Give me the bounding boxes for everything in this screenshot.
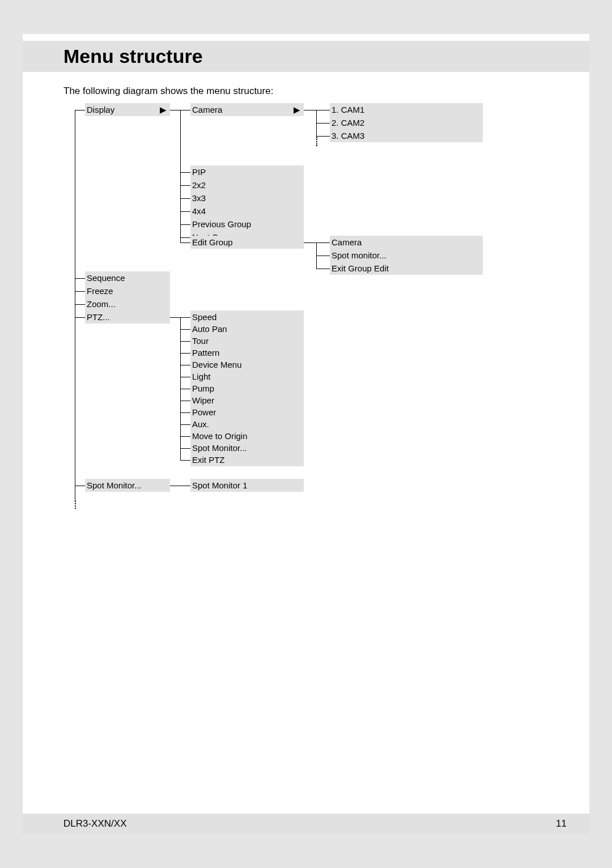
menu-light: Light [190,370,304,383]
menu-ptz-spot-monitor: Spot Monitor... [190,441,304,454]
menu-exit-ptz: Exit PTZ [190,453,304,466]
menu-auto-pan: Auto Pan [190,322,304,335]
menu-spot-monitor-1: Spot Monitor 1 [190,479,304,492]
menu-pattern: Pattern [190,346,304,359]
menu-2x2: 2x2 [190,178,304,192]
page-footer: DLR3-XXN/XX 11 [23,814,589,834]
menu-wiper: Wiper [190,394,304,407]
menu-camera: Camera▶ [190,103,304,116]
menu-spot-monitor: Spot Monitor... [85,479,170,492]
section-heading-bar: Menu structure [23,41,589,72]
menu-exit-group-edit: Exit Group Edit [330,262,483,275]
submenu-arrow-icon: ▶ [160,103,167,116]
intro-text: The following diagram shows the menu str… [63,86,589,97]
footer-model: DLR3-XXN/XX [63,814,126,834]
menu-pip: PIP [190,165,304,178]
menu-zoom: Zoom... [85,297,170,310]
section-heading: Menu structure [63,45,572,67]
menu-device-menu: Device Menu [190,358,304,371]
menu-3x3: 3x3 [190,192,304,205]
menu-4x4: 4x4 [190,205,304,218]
menu-edit-group-camera: Camera [330,236,483,249]
menu-tour: Tour [190,334,304,347]
menu-edit-group: Edit Group [190,236,304,249]
menu-freeze: Freeze [85,284,170,297]
footer-page-number: 11 [556,814,567,834]
menu-power: Power [190,406,304,419]
menu-cam1: 1. CAM1 [330,103,483,116]
menu-previous-group: Previous Group [190,218,304,231]
menu-display: Display▶ [85,103,170,116]
menu-pump: Pump [190,382,304,395]
menu-cam3: 3. CAM3 [330,129,483,142]
menu-ptz: PTZ... [85,310,170,324]
submenu-arrow-icon: ▶ [294,103,300,116]
menu-move-to-origin: Move to Origin [190,429,304,442]
menu-edit-group-spot-monitor: Spot monitor... [330,249,483,262]
menu-aux: Aux. [190,418,304,431]
menu-cam2: 2. CAM2 [330,116,483,129]
menu-sequence: Sequence [85,271,170,284]
menu-tree-diagram: Display▶ Sequence Freeze Zoom... PTZ... … [63,103,562,511]
menu-speed: Speed [190,310,304,324]
